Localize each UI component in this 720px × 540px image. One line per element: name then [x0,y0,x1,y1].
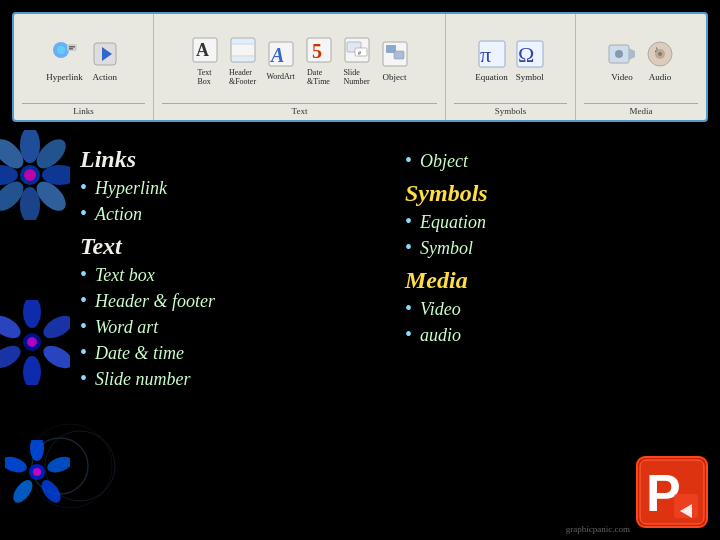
symbols-group-label: Symbols [454,103,567,116]
header-footer-text: Header & footer [95,291,215,312]
toolbar-section-text: A TextBox Header&Footer [154,14,446,120]
object-text: Object [420,151,468,172]
action-label: Action [93,72,118,82]
text-icons: A TextBox Header&Footer [189,18,411,101]
object-button[interactable]: Object [379,38,411,82]
header-footer-icon [227,34,259,66]
symbols-heading: Symbols [405,180,700,207]
slide-number-text: Slide number [95,369,190,390]
audio-button[interactable]: ♪ Audio [644,38,676,82]
toolbar: Hyperlink Action Links A [12,12,708,122]
bullet-date-time: • Date & time [80,342,375,364]
svg-point-24 [10,477,37,505]
video-label: Video [611,72,632,82]
header-footer-button[interactable]: Header&Footer [227,34,259,86]
slide-number-button[interactable]: # SlideNumber [341,34,373,86]
date-time-text: Date & time [95,343,184,364]
svg-marker-58 [629,48,635,60]
textbox-icon: A [189,34,221,66]
content-left: Links • Hyperlink • Action Text • Text b… [80,146,395,394]
bullet-wordart: • Word art [80,316,375,338]
svg-point-18 [0,311,24,343]
audio-text: audio [420,325,461,346]
svg-point-20 [27,337,37,347]
bullet-dot: • [405,211,412,231]
links-icons: Hyperlink Action [46,18,121,101]
links-heading: Links [80,146,375,173]
audio-label: Audio [649,72,672,82]
svg-point-12 [24,169,36,181]
svg-point-21 [30,440,44,461]
object-label: Object [383,72,407,82]
bullet-symbol: • Symbol [405,237,700,259]
content-area: Links • Hyperlink • Action Text • Text b… [0,130,720,404]
hyperlink-text: Hyperlink [95,178,167,199]
media-icons: Video ♪ Audio [606,18,676,101]
svg-point-15 [40,341,70,373]
bullet-object: • Object [405,150,700,172]
svg-text:♪: ♪ [654,44,659,54]
svg-rect-48 [355,48,367,56]
bullet-textbox: • Text box [80,264,375,286]
date-time-button[interactable]: 5 Date&Time [303,34,335,86]
svg-rect-32 [69,48,73,50]
video-text: Video [420,299,461,320]
bullet-dot: • [80,177,87,197]
bullet-equation: • Equation [405,211,700,233]
bullet-dot: • [80,203,87,223]
video-button[interactable]: Video [606,38,638,82]
flower-decoration-1 [0,130,70,224]
equation-icon: π [476,38,508,70]
toolbar-section-links: Hyperlink Action Links [14,14,154,120]
svg-point-13 [23,300,41,328]
textbox-text: Text box [95,265,155,286]
wordart-label: WordArt [266,72,294,81]
bullet-dot: • [80,342,87,362]
slide-number-icon: # [341,34,373,66]
svg-point-16 [23,356,41,385]
svg-text:5: 5 [312,40,322,62]
bullet-dot: • [405,298,412,318]
bullet-dot: • [405,150,412,170]
wordart-button[interactable]: A WordArt [265,38,297,81]
symbol-icon: Ω [514,38,546,70]
video-icon [606,38,638,70]
svg-point-22 [45,454,70,475]
slide-number-label: SlideNumber [343,68,369,86]
bullet-dot: • [405,324,412,344]
bullet-dot: • [80,368,87,388]
symbol-label: Symbol [516,72,544,82]
bullet-dot: • [80,264,87,284]
symbol-button[interactable]: Ω Symbol [514,38,546,82]
links-group-label: Links [22,103,145,116]
media-heading: Media [405,267,700,294]
svg-rect-52 [394,51,404,59]
toolbar-section-media: Video ♪ Audio Media [576,14,706,120]
svg-point-7 [20,187,40,220]
bullet-slide-number: • Slide number [80,368,375,390]
textbox-button[interactable]: A TextBox [189,34,221,86]
flower-decoration-3 [5,440,70,509]
toolbar-section-symbols: π Equation Ω Symbol Symbols [446,14,576,120]
svg-text:Ω: Ω [518,42,534,67]
bullet-audio: • audio [405,324,700,346]
symbol-text: Symbol [420,238,473,259]
action-button[interactable]: Action [89,38,121,82]
svg-text:A: A [269,44,284,66]
hyperlink-button[interactable]: Hyperlink [46,38,83,82]
svg-text:#: # [358,50,361,56]
media-group-label: Media [584,103,698,116]
audio-icon: ♪ [644,38,676,70]
svg-point-14 [40,311,70,343]
symbols-icons: π Equation Ω Symbol [475,18,546,101]
bullet-hyperlink: • Hyperlink [80,177,375,199]
svg-point-3 [20,130,40,163]
bullet-video: • Video [405,298,700,320]
content-right: • Object Symbols • Equation • Symbol Med… [395,146,700,394]
hyperlink-label: Hyperlink [46,72,83,82]
action-icon [89,38,121,70]
wordart-icon: A [265,38,297,70]
equation-text: Equation [420,212,486,233]
equation-button[interactable]: π Equation [475,38,508,82]
date-time-icon: 5 [303,34,335,66]
